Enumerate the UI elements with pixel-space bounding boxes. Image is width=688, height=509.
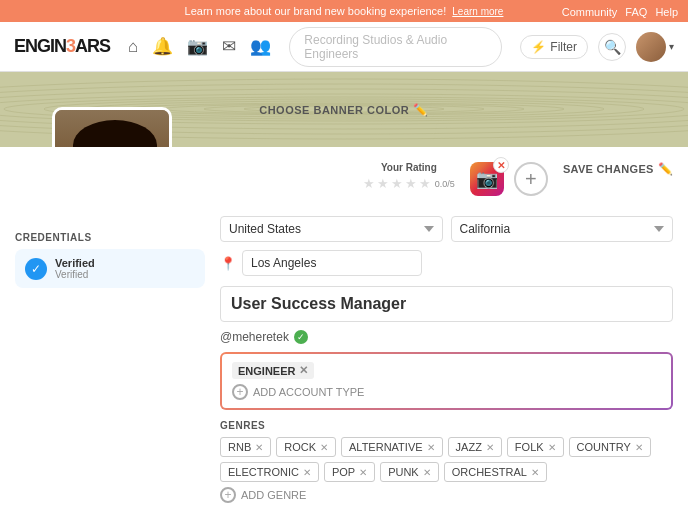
filter-icon: ⚡ [531, 40, 546, 54]
help-link[interactable]: Help [655, 6, 678, 18]
add-genre-icon: + [220, 487, 236, 503]
add-account-type-button[interactable]: + ADD ACCOUNT TYPE [232, 384, 661, 400]
remove-orchestral-button[interactable]: ✕ [531, 467, 539, 478]
remove-jazz-button[interactable]: ✕ [486, 442, 494, 453]
credentials-section: CREDENTIALS ✓ Verified Verified [15, 232, 205, 288]
rating-widget: Your Rating ★ ★ ★ ★ ★ 0.0/5 [363, 162, 455, 191]
top-right-links: Community FAQ Help [562, 6, 678, 18]
learn-more-link[interactable]: Learn more [452, 6, 503, 17]
remove-pop-button[interactable]: ✕ [359, 467, 367, 478]
genres-tags: RNB ✕ ROCK ✕ ALTERNATIVE ✕ JAZZ ✕ [220, 437, 673, 482]
location-pin-icon: 📍 [220, 256, 236, 271]
profile-area: 📷 UPLOAD PROFILE PICTURE CREDENTIALS ✓ V… [0, 147, 688, 509]
remove-folk-button[interactable]: ✕ [548, 442, 556, 453]
account-type-box: ENGINEER ✕ + ADD ACCOUNT TYPE [220, 352, 673, 410]
remove-instagram-button[interactable]: ✕ [493, 157, 509, 173]
search-text: Recording Studios & Audio Engineers [304, 33, 487, 61]
filter-label: Filter [550, 40, 577, 54]
genre-tag-orchestral: ORCHESTRAL ✕ [444, 462, 547, 482]
remove-rock-button[interactable]: ✕ [320, 442, 328, 453]
rating-label: Your Rating [363, 162, 455, 173]
choose-banner-button[interactable]: CHOOSE BANNER COLOR ✏️ [259, 103, 429, 117]
star-3[interactable]: ★ [391, 176, 403, 191]
genre-tag-alternative: ALTERNATIVE ✕ [341, 437, 443, 457]
nav-icons: ⌂ 🔔 📷 ✉ 👥 [128, 36, 271, 57]
username-display: @meheretek [220, 330, 289, 344]
country-select[interactable]: United States [220, 216, 443, 242]
save-changes-button[interactable]: SAVE CHANGES ✏️ [563, 162, 673, 176]
verified-sublabel: Verified [55, 269, 95, 280]
credentials-label: CREDENTIALS [15, 232, 205, 243]
city-input[interactable] [242, 250, 422, 276]
location-row: United States California [220, 216, 673, 242]
remove-country-button[interactable]: ✕ [635, 442, 643, 453]
genre-tag-electronic: ELECTRONIC ✕ [220, 462, 319, 482]
edit-icon: ✏️ [413, 103, 429, 117]
genre-tag-folk: FOLK ✕ [507, 437, 564, 457]
envelope-icon[interactable]: ✉ [222, 36, 236, 57]
city-row: 📍 [220, 250, 673, 276]
community-link[interactable]: Community [562, 6, 618, 18]
engineer-tag: ENGINEER ✕ [232, 362, 314, 379]
genres-label: GENRES [220, 420, 673, 431]
camera-icon[interactable]: 📷 [187, 36, 208, 57]
save-changes-label: SAVE CHANGES [563, 163, 654, 175]
save-edit-icon: ✏️ [658, 162, 673, 176]
genre-tag-rnb: RNB ✕ [220, 437, 271, 457]
genre-tag-rock: ROCK ✕ [276, 437, 336, 457]
star-rating[interactable]: ★ ★ ★ ★ ★ 0.0/5 [363, 176, 455, 191]
choose-banner-label: CHOOSE BANNER COLOR [259, 104, 409, 116]
star-5[interactable]: ★ [419, 176, 431, 191]
add-account-type-icon: + [232, 384, 248, 400]
verified-label: Verified [55, 257, 95, 269]
main-content: CREDENTIALS ✓ Verified Verified Your Rat… [0, 147, 688, 509]
remove-alternative-button[interactable]: ✕ [427, 442, 435, 453]
add-genre-button[interactable]: + ADD GENRE [220, 487, 673, 503]
title-input[interactable] [220, 286, 673, 322]
account-type-tags: ENGINEER ✕ [232, 362, 661, 379]
header: ENGIN3ARS ⌂ 🔔 📷 ✉ 👥 Recording Studios & … [0, 22, 688, 72]
notification-message: Learn more about our brand new booking e… [185, 5, 447, 17]
instagram-button[interactable]: 📷 ✕ [470, 162, 504, 196]
user-avatar-button[interactable]: ▾ [636, 32, 674, 62]
verified-badge: ✓ Verified Verified [15, 249, 205, 288]
verified-info: Verified Verified [55, 257, 95, 280]
right-top: Your Rating ★ ★ ★ ★ ★ 0.0/5 📷 [220, 162, 673, 208]
remove-rnb-button[interactable]: ✕ [255, 442, 263, 453]
left-panel: CREDENTIALS ✓ Verified Verified [15, 162, 205, 509]
remove-punk-button[interactable]: ✕ [423, 467, 431, 478]
top-notification-bar: Learn more about our brand new booking e… [0, 0, 688, 22]
search-icon-button[interactable]: 🔍 [598, 33, 626, 61]
username-row: @meheretek ✓ [220, 330, 673, 344]
genre-tag-punk: PUNK ✕ [380, 462, 439, 482]
star-1[interactable]: ★ [363, 176, 375, 191]
logo-accent: 3 [66, 36, 75, 56]
logo[interactable]: ENGIN3ARS [14, 36, 110, 57]
people-icon[interactable]: 👥 [250, 36, 271, 57]
username-verified-icon: ✓ [294, 330, 308, 344]
verified-icon: ✓ [25, 258, 47, 280]
remove-engineer-button[interactable]: ✕ [299, 364, 308, 377]
faq-link[interactable]: FAQ [625, 6, 647, 18]
rating-count: 0.0/5 [435, 179, 455, 189]
chevron-down-icon: ▾ [669, 41, 674, 52]
star-4[interactable]: ★ [405, 176, 417, 191]
engineer-tag-label: ENGINEER [238, 365, 295, 377]
bell-icon[interactable]: 🔔 [152, 36, 173, 57]
social-icons: 📷 ✕ + [470, 162, 548, 196]
add-genre-label: ADD GENRE [241, 489, 306, 501]
right-panel: Your Rating ★ ★ ★ ★ ★ 0.0/5 📷 [220, 162, 673, 509]
genres-section: GENRES RNB ✕ ROCK ✕ ALTERNATIVE ✕ [220, 420, 673, 503]
genre-tag-country: COUNTRY ✕ [569, 437, 651, 457]
home-icon[interactable]: ⌂ [128, 37, 138, 57]
state-select[interactable]: California [451, 216, 674, 242]
search-bar[interactable]: Recording Studios & Audio Engineers [289, 27, 502, 67]
add-social-button[interactable]: + [514, 162, 548, 196]
genre-tag-pop: POP ✕ [324, 462, 375, 482]
star-2[interactable]: ★ [377, 176, 389, 191]
remove-electronic-button[interactable]: ✕ [303, 467, 311, 478]
add-account-type-label: ADD ACCOUNT TYPE [253, 386, 364, 398]
avatar [636, 32, 666, 62]
filter-button[interactable]: ⚡ Filter [520, 35, 588, 59]
genre-tag-jazz: JAZZ ✕ [448, 437, 502, 457]
